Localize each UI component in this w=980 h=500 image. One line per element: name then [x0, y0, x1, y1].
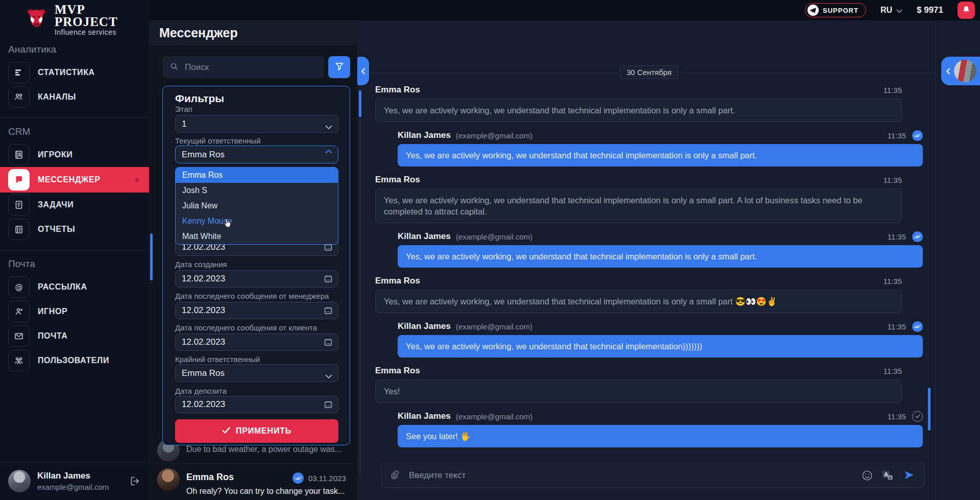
- sidebar-item-ignore[interactable]: ИГНОР: [0, 299, 149, 324]
- sidebar-item-reports[interactable]: ОТЧЕТЫ: [0, 217, 149, 242]
- sidebar-item-label: СТАТИСТИКА: [38, 68, 95, 77]
- chevron-down-icon: [896, 6, 902, 15]
- message-sender-email: (example@gmail.com): [456, 232, 532, 241]
- messages-scrollbar-thumb[interactable]: [928, 388, 930, 431]
- brand-text: MVP PROJECT Influence services: [55, 4, 149, 36]
- chat-panel: 30 Сентября Emma Ros11:35Yes, we are act…: [357, 20, 935, 500]
- message-incoming: Emma Ros11:35Yes, we are actively workin…: [375, 85, 923, 122]
- dropdown-option[interactable]: Matt White: [176, 229, 338, 244]
- sidebar-item-mail[interactable]: ПОЧТА: [0, 324, 149, 348]
- date-chip: 30 Сентября: [620, 65, 678, 79]
- final-responsible-select[interactable]: Emma Ros: [175, 364, 338, 382]
- sidebar-section-label: CRM: [8, 126, 149, 137]
- message-time: 11:35: [884, 176, 902, 184]
- translate-icon[interactable]: A z: [881, 469, 894, 482]
- message-bubble[interactable]: Yes, we are actively working, we underst…: [398, 245, 923, 268]
- message-header: Emma Ros11:35: [375, 85, 923, 94]
- last-manager-message-input[interactable]: [175, 302, 338, 319]
- chat-list-scrollbar[interactable]: [150, 233, 153, 280]
- avatar: [157, 468, 180, 491]
- language-selector[interactable]: RU: [880, 6, 902, 15]
- creation-date-input[interactable]: [175, 270, 338, 288]
- apply-button[interactable]: ПРИМЕНИТЬ: [175, 419, 338, 443]
- dropdown-option[interactable]: Julia New: [176, 198, 338, 213]
- sidebar-nav: АналитикаСТАТИСТИКАКАНАЛЫCRMИГРОКИМЕССЕН…: [0, 44, 149, 373]
- message-bubble[interactable]: Yes, we are actively working, we underst…: [375, 188, 902, 223]
- language-value: RU: [880, 6, 892, 15]
- message-outgoing: Killan James(example@gmail.com)11:35Yes,…: [375, 232, 923, 268]
- ignore-icon: [8, 301, 30, 322]
- open-contact-panel-button[interactable]: [941, 57, 980, 85]
- message-sender-email: (example@gmail.com): [456, 412, 532, 421]
- read-double-check-badge: [912, 321, 923, 332]
- sidebar-item-mailing[interactable]: @РАССЫЛКА: [0, 275, 149, 299]
- message-sender: Emma Ros: [375, 85, 420, 95]
- message-outgoing: Killan James(example@gmail.com)11:35See …: [375, 412, 923, 447]
- sidebar-item-stats[interactable]: СТАТИСТИКА: [0, 60, 149, 85]
- mailing-icon: @: [8, 276, 30, 298]
- sidebar-item-channels[interactable]: КАНАЛЫ: [0, 85, 149, 109]
- contact-info-strip: [935, 20, 980, 500]
- stage-select[interactable]: 1: [175, 115, 338, 133]
- chevron-down-icon: [325, 122, 332, 126]
- dropdown-option[interactable]: Kenny Mouse: [176, 213, 338, 229]
- last-client-message-input[interactable]: [175, 334, 338, 351]
- sidebar-item-label: КАНАЛЫ: [38, 92, 76, 102]
- chat-list-item-emma[interactable]: Emma Ros 03.11.2023 Oh realy? You can tr…: [149, 466, 357, 500]
- sidebar-item-tasks[interactable]: ЗАДАЧИ: [0, 193, 149, 217]
- responsible-dropdown: Emma RosJosh SJulia NewKenny MouseMatt W…: [175, 167, 338, 245]
- sidebar-section-label: Аналитика: [8, 44, 149, 55]
- current-user-avatar: [8, 470, 31, 492]
- brand-subtitle: Influence services: [55, 28, 149, 36]
- message-sender: Killan James: [398, 411, 451, 421]
- notifications-button[interactable]: [958, 2, 975, 19]
- sidebar-item-messenger[interactable]: МЕССЕНДЖЕР: [0, 167, 149, 193]
- last-manager-message-label: Дата последнего сообщения от менеджера: [175, 292, 329, 300]
- check-icon: [222, 426, 230, 436]
- message-time: 11:35: [884, 277, 902, 285]
- sidebar-item-users[interactable]: ПОЛЬЗОВАТЕЛИ: [0, 348, 149, 373]
- message-sender: Emma Ros: [375, 276, 420, 286]
- sidebar-user-info: Killan James example@gmail.com: [37, 471, 109, 491]
- current-responsible-select[interactable]: Emma Ros: [175, 146, 338, 163]
- stage-label: Этап: [175, 105, 192, 113]
- calendar-icon: [323, 305, 333, 316]
- tasks-icon: [8, 194, 30, 216]
- topbar: SUPPORT RU $ 9971: [149, 0, 980, 21]
- search-input[interactable]: [184, 62, 317, 73]
- bell-icon: [962, 5, 971, 16]
- message-header: Killan James(example@gmail.com)11:35: [398, 322, 923, 331]
- message-bubble[interactable]: Yes, we are actively working, we underst…: [398, 144, 923, 166]
- balance: $ 9971: [917, 5, 943, 15]
- collapse-chat-list-button[interactable]: [357, 57, 369, 85]
- svg-text:A: A: [884, 472, 888, 478]
- message-time: 11:35: [884, 86, 902, 94]
- message-bubble[interactable]: Yes!: [375, 379, 902, 403]
- telegram-icon: [807, 5, 819, 16]
- message-sender: Emma Ros: [375, 175, 420, 185]
- message-sender-email: (example@gmail.com): [456, 131, 532, 140]
- message-input[interactable]: [408, 470, 853, 481]
- attach-file-icon[interactable]: [389, 470, 400, 481]
- sidebar-item-players[interactable]: ИГРОКИ: [0, 142, 149, 167]
- send-button[interactable]: [902, 469, 916, 482]
- message-bubble[interactable]: See you later! 🖐: [398, 425, 923, 447]
- read-double-check-badge: [912, 130, 923, 141]
- sidebar-item-label: ИГРОКИ: [38, 150, 72, 159]
- sidebar-item-label: МЕССЕНДЖЕР: [38, 175, 101, 184]
- support-button[interactable]: SUPPORT: [805, 3, 866, 17]
- chat-list-panel: Due to bad weather, a power outage was..…: [149, 45, 357, 500]
- current-user-email: example@gmail.com: [37, 483, 109, 491]
- message-header: Emma Ros11:35: [375, 366, 923, 375]
- message-bubble[interactable]: Yes, we are actively working, we underst…: [398, 335, 923, 358]
- emoji-icon[interactable]: [861, 469, 873, 482]
- filter-button[interactable]: [328, 56, 350, 78]
- deposit-date-input[interactable]: [175, 396, 338, 413]
- logout-icon[interactable]: [130, 475, 141, 487]
- users-icon: [8, 350, 30, 371]
- dropdown-option[interactable]: Josh S: [176, 183, 338, 198]
- chat-scrollbar-thumb[interactable]: [359, 90, 361, 117]
- message-bubble[interactable]: Yes, we are actively working, we underst…: [375, 290, 902, 313]
- message-bubble[interactable]: Yes, we are actively working, we underst…: [375, 99, 902, 122]
- dropdown-option[interactable]: Emma Ros: [176, 168, 338, 183]
